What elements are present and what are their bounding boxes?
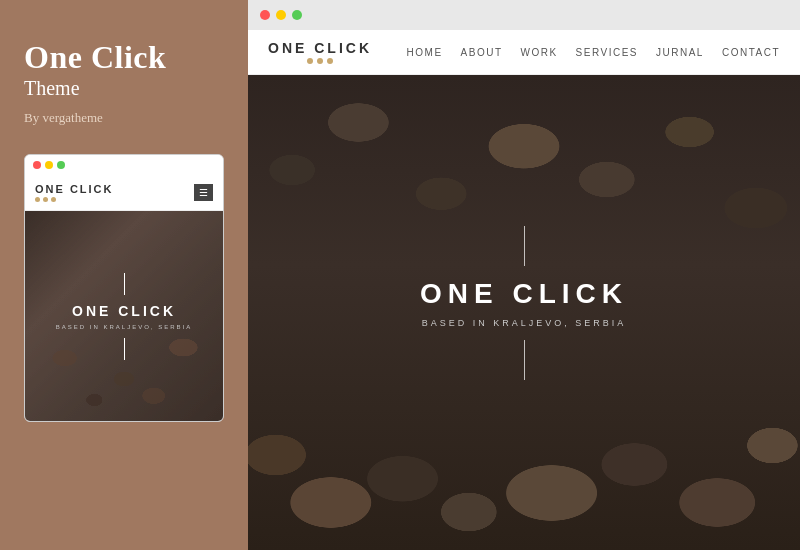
hero-line-bottom bbox=[524, 340, 525, 380]
mobile-logo-text: ONE CLICK bbox=[35, 183, 114, 195]
nav-link-work[interactable]: WORK bbox=[521, 47, 558, 58]
desktop-logo-dot-2 bbox=[317, 58, 323, 64]
mobile-hero-title: ONE CLICK bbox=[56, 303, 192, 319]
mobile-dot-red bbox=[33, 161, 41, 169]
nav-link-home[interactable]: HOME bbox=[407, 47, 443, 58]
mobile-logo-dot-3 bbox=[51, 197, 56, 202]
mobile-logo-dot-1 bbox=[35, 197, 40, 202]
mobile-preview-card: ONE CLICK ☰ ONE CLICK BASED IN KRALJEVO,… bbox=[24, 154, 224, 422]
nav-link-about[interactable]: ABOUT bbox=[461, 47, 503, 58]
hero-line-top bbox=[524, 226, 525, 266]
mobile-dot-green bbox=[57, 161, 65, 169]
mobile-logo: ONE CLICK bbox=[35, 183, 114, 202]
mobile-hero-content: ONE CLICK BASED IN KRALJEVO, SERBIA bbox=[56, 273, 192, 360]
hero-content: ONE CLICK BASED IN KRALJEVO, SERBIA bbox=[420, 226, 628, 380]
theme-subtitle: Theme bbox=[24, 77, 224, 100]
mobile-logo-dot-2 bbox=[43, 197, 48, 202]
mobile-logo-dots bbox=[35, 197, 114, 202]
sidebar: One Click Theme By vergatheme ONE CLICK … bbox=[0, 0, 248, 550]
nav-link-services[interactable]: SERVICES bbox=[576, 47, 638, 58]
mobile-menu-icon[interactable]: ☰ bbox=[194, 184, 213, 201]
desktop-logo: ONE CLICK bbox=[268, 40, 372, 64]
nav-link-contact[interactable]: CONTACT bbox=[722, 47, 780, 58]
mobile-browser-chrome bbox=[25, 155, 223, 175]
hero-title: ONE CLICK bbox=[420, 278, 628, 310]
browser-dot-green bbox=[292, 10, 302, 20]
browser-dot-red bbox=[260, 10, 270, 20]
desktop-preview: ONE CLICK HOME ABOUT WORK SERVICES JURNA… bbox=[248, 0, 800, 550]
desktop-logo-text: ONE CLICK bbox=[268, 40, 372, 56]
browser-content: ONE CLICK HOME ABOUT WORK SERVICES JURNA… bbox=[248, 30, 800, 550]
desktop-nav: ONE CLICK HOME ABOUT WORK SERVICES JURNA… bbox=[248, 30, 800, 75]
desktop-logo-dots bbox=[307, 58, 333, 64]
mobile-hero-subtitle: BASED IN KRALJEVO, SERBIA bbox=[56, 324, 192, 330]
theme-title: One Click bbox=[24, 40, 224, 75]
browser-dot-yellow bbox=[276, 10, 286, 20]
desktop-logo-dot-3 bbox=[327, 58, 333, 64]
hero-subtitle: BASED IN KRALJEVO, SERBIA bbox=[420, 318, 628, 328]
desktop-browser-chrome bbox=[248, 0, 800, 30]
mobile-dot-yellow bbox=[45, 161, 53, 169]
desktop-logo-dot-1 bbox=[307, 58, 313, 64]
nav-link-jurnal[interactable]: JURNAL bbox=[656, 47, 704, 58]
mobile-nav: ONE CLICK ☰ bbox=[25, 175, 223, 211]
desktop-nav-links: HOME ABOUT WORK SERVICES JURNAL CONTACT bbox=[407, 47, 780, 58]
theme-author: By vergatheme bbox=[24, 110, 224, 126]
mobile-hero-line-bottom bbox=[124, 338, 125, 360]
mobile-hero-line-top bbox=[124, 273, 125, 295]
desktop-hero: ONE CLICK BASED IN KRALJEVO, SERBIA bbox=[248, 75, 800, 550]
mobile-hero: ONE CLICK BASED IN KRALJEVO, SERBIA bbox=[25, 211, 223, 421]
mobile-browser-dots bbox=[33, 161, 65, 169]
